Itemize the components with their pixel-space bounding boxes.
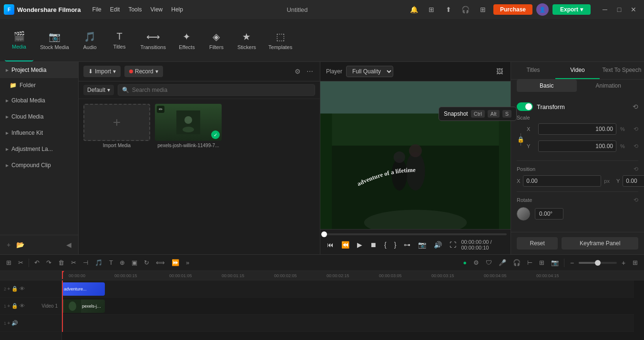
stop-button[interactable]: ⏹ [367,239,379,250]
scale-y-input[interactable] [538,140,616,152]
purchase-button[interactable]: Purchase [493,4,532,15]
step-back-button[interactable]: ⏪ [338,239,352,250]
minimize-button[interactable]: ─ [598,3,612,16]
export-dropdown-icon[interactable]: ▾ [580,6,583,13]
sidebar-item-influence-kit[interactable]: ▶ Influence Kit [0,125,78,141]
tl-delete-button[interactable]: 🗑 [56,258,67,268]
tl-more-button[interactable]: » [184,258,192,268]
record-button[interactable]: Record ▾ [124,66,163,77]
import-dropdown-icon[interactable]: ▾ [113,68,116,75]
preview-progress-dot[interactable] [321,231,327,237]
toolbar-stock-media[interactable]: 📷 Stock Media [34,19,75,61]
sidebar-item-adjustment-la[interactable]: ▶ Adjustment La... [0,141,78,157]
toolbar-titles[interactable]: T Titles [105,19,134,61]
sidebar-item-project-media[interactable]: ▶ Project Media [0,62,78,78]
track-2-lock-icon[interactable]: 🔒 [11,286,18,292]
tab-text-to-speech[interactable]: Text To Speech [600,62,644,79]
menu-file[interactable]: File [88,4,105,15]
track-1-add-icon[interactable]: + [7,303,10,309]
preview-progress-bar[interactable] [324,233,507,235]
tl-snap-button[interactable]: ✂ [16,258,26,268]
toolbar-audio[interactable]: 🎵 Audio [76,19,104,61]
more-icon[interactable]: ⋯ [305,66,315,77]
sub-tab-basic[interactable]: Basic [517,80,577,92]
rotate-input[interactable] [535,208,563,220]
tl-screenshot-button[interactable]: 📷 [549,258,561,268]
range-button[interactable]: ⊶ [401,239,413,250]
tl-grid-button[interactable]: ⊞ [630,258,640,268]
reset-button[interactable]: Reset [517,237,558,250]
remove-folder-icon[interactable]: 📂 [14,239,26,250]
tl-gear-button[interactable]: ⚙ [471,258,481,268]
rotate-dial[interactable] [517,207,530,220]
tl-cut-button[interactable]: ✂ [69,258,79,268]
export-button[interactable]: Export ▾ [552,4,591,15]
adventure-clip[interactable]: adventure... [62,282,105,296]
import-media-thumb[interactable]: + [83,104,150,141]
transform-toggle[interactable] [517,102,533,111]
tab-video[interactable]: Video [555,62,600,79]
tl-mic-button[interactable]: 🎤 [496,258,509,268]
sidebar-item-global-media[interactable]: ▶ Global Media [0,92,78,109]
quality-select[interactable]: Full Quality [346,66,393,77]
track-2-eye-icon[interactable]: 👁 [20,286,25,292]
sidebar-item-compound-clip[interactable]: ▶ Compound Clip [0,157,78,173]
rotate-reset[interactable]: ⟲ [634,197,638,203]
cloud-icon[interactable]: ⬆ [442,3,455,16]
collapse-icon[interactable]: ◀ [64,239,73,250]
menu-tools[interactable]: Tools [124,4,145,15]
menu-view[interactable]: View [146,4,166,15]
grid-icon[interactable]: ⊞ [476,3,490,16]
scale-x-input[interactable] [538,123,616,135]
add-folder-icon[interactable]: + [5,239,12,250]
sidebar-item-cloud-media[interactable]: ▶ Cloud Media [0,109,78,125]
tab-titles[interactable]: Titles [511,62,555,79]
zoom-in-button[interactable]: + [619,258,628,268]
headset-icon[interactable]: 🎧 [459,3,472,16]
search-input[interactable] [132,87,311,93]
track-audio-mute-icon[interactable]: 🔊 [11,320,18,326]
lock-icon[interactable]: 🔒 [517,136,524,143]
track-1-eye-icon[interactable]: 👁 [20,303,25,309]
toolbar-media[interactable]: 🎬 Media [5,19,33,61]
zoom-out-button[interactable]: − [567,258,577,268]
tl-shield-button[interactable]: 🛡 [483,258,494,268]
track-1-lock-icon[interactable]: 🔒 [11,303,18,309]
play-button[interactable]: ▶ [354,239,365,250]
tl-add-track-button[interactable]: ⊞ [4,258,14,268]
filter-icon[interactable]: ⚙ [293,66,303,77]
record-dropdown-icon[interactable]: ▾ [155,68,158,75]
toolbar-stickers[interactable]: ★ Stickers [232,19,262,61]
tl-audio-button[interactable]: 🎵 [92,258,105,268]
tl-speed-button[interactable]: ⏩ [169,258,182,268]
default-filter-button[interactable]: Default ▾ [83,85,114,95]
tl-split-button[interactable]: ⊣ [81,258,91,268]
notify-icon[interactable]: 🔔 [408,3,421,16]
pexels-clip[interactable]: pexels-jos... [62,300,105,313]
sidebar-item-folder[interactable]: 📁 Folder [0,78,78,92]
toolbar-templates[interactable]: ⬚ Templates [263,19,298,61]
sub-tab-animation[interactable]: Animation [579,80,639,92]
in-mark-button[interactable]: { [381,239,389,250]
tl-mirror-button[interactable]: ⟺ [153,258,167,268]
avatar[interactable]: 👤 [536,3,549,16]
menu-edit[interactable]: Edit [106,4,124,15]
zoom-slider[interactable] [579,262,617,264]
tl-split2-button[interactable]: ⊢ [525,258,535,268]
scale-x-reset[interactable]: ⟲ [634,126,638,132]
search-box[interactable]: 🔍 [118,84,315,96]
scale-y-reset[interactable]: ⟲ [634,143,638,150]
fullscreen-button[interactable]: ⛶ [447,239,459,250]
tl-select-button[interactable]: ▣ [129,258,140,268]
tl-rotate-button[interactable]: ↻ [142,258,152,268]
track-2-add-icon[interactable]: + [7,286,10,292]
tl-redo-button[interactable]: ↷ [44,258,54,268]
pos-y-input[interactable] [623,175,644,187]
tl-undo-button[interactable]: ↶ [32,258,42,268]
prev-frame-button[interactable]: ⏮ [324,239,337,250]
close-button[interactable]: ✕ [627,3,640,16]
transform-reset-icon[interactable]: ⟲ [633,103,638,110]
volume-button[interactable]: 🔊 [431,239,445,250]
menu-help[interactable]: Help [167,4,187,15]
position-reset[interactable]: ⟲ [634,166,638,172]
